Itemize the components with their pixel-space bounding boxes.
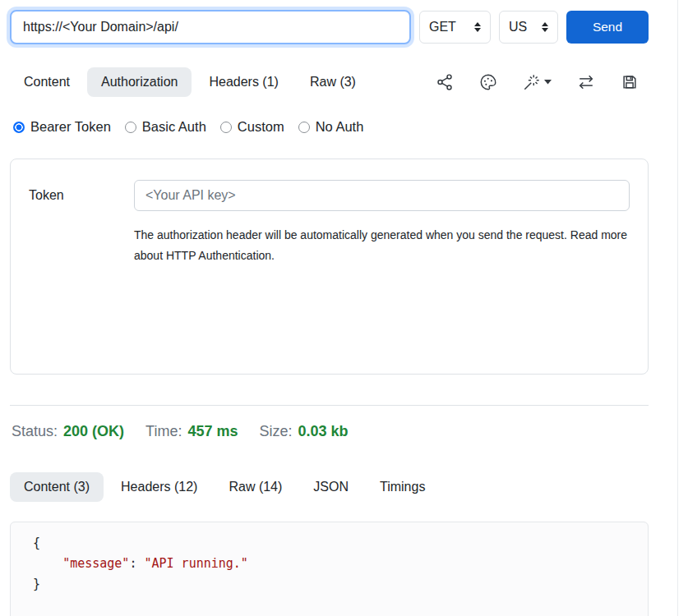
radio-selected-icon [13,122,25,133]
json-value: "API running." [144,556,247,571]
radio-label: Bearer Token [30,119,111,135]
radio-label: Custom [238,119,284,135]
status-code: Status: 200 (OK) [12,423,124,440]
api-client-panel: GET US Send Content Authorization Header… [0,0,678,616]
auth-type-options: Bearer Token Basic Auth Custom No Auth [10,119,649,135]
tab-content[interactable]: Content [10,67,84,97]
token-input[interactable] [134,180,630,211]
share-icon[interactable] [436,73,454,91]
size-value: 0.03 kb [298,423,349,440]
radio-no-auth[interactable]: No Auth [298,119,364,135]
select-arrows-icon [474,22,481,32]
response-tab-timings[interactable]: Timings [366,472,439,502]
request-toolbar [436,73,639,91]
radio-label: Basic Auth [142,119,206,135]
request-tabs-row: Content Authorization Headers (1) Raw (3… [10,67,649,97]
save-icon[interactable] [621,73,639,91]
status-label: Status: [12,423,58,440]
method-select-value: GET [429,20,456,34]
send-button[interactable]: Send [566,11,649,44]
time-label: Time: [145,423,182,440]
radio-custom[interactable]: Custom [220,119,284,135]
url-input[interactable] [10,10,411,44]
radio-bearer-token[interactable]: Bearer Token [13,119,111,135]
response-body-panel: { "message": "API running." } [10,522,649,616]
region-select[interactable]: US [499,11,558,44]
request-tabs: Content Authorization Headers (1) Raw (3… [10,67,370,97]
section-divider [10,405,649,406]
code-line-1: { [33,533,635,554]
swap-icon[interactable] [577,73,595,91]
response-status-row: Status: 200 (OK) Time: 457 ms Size: 0.03… [10,423,649,440]
status-value: 200 (OK) [63,423,124,440]
tab-raw[interactable]: Raw (3) [296,67,370,97]
time-value: 457 ms [187,423,238,440]
response-tab-headers[interactable]: Headers (12) [107,472,211,502]
response-tabs: Content (3) Headers (12) Raw (14) JSON T… [10,472,649,502]
size-label: Size: [259,423,292,440]
radio-unselected-icon [298,122,310,133]
token-label: Token [29,188,134,203]
token-panel: Token The authorization header will be a… [10,159,649,375]
tab-headers[interactable]: Headers (1) [195,67,292,97]
json-key: "message" [62,556,129,571]
token-row: Token [29,180,630,211]
radio-basic-auth[interactable]: Basic Auth [125,119,206,135]
code-line-2: "message": "API running." [33,554,635,574]
response-tab-content[interactable]: Content (3) [10,472,104,502]
method-select[interactable]: GET [419,11,491,44]
response-time: Time: 457 ms [145,423,238,440]
tab-authorization[interactable]: Authorization [87,67,192,97]
palette-icon[interactable] [479,73,497,91]
response-size: Size: 0.03 kb [259,423,348,440]
response-tab-raw[interactable]: Raw (14) [215,472,296,502]
select-arrows-icon [542,22,548,32]
radio-unselected-icon [125,122,136,133]
radio-label: No Auth [316,119,364,135]
response-tab-json[interactable]: JSON [299,472,362,502]
code-line-3: } [33,574,635,595]
request-bar: GET US Send [10,10,649,44]
magic-wand-menu-icon[interactable] [523,73,552,91]
radio-unselected-icon [220,122,232,133]
region-select-value: US [509,20,527,34]
auth-help-text: The authorization header will be automat… [134,225,630,266]
caret-down-icon [544,80,552,85]
